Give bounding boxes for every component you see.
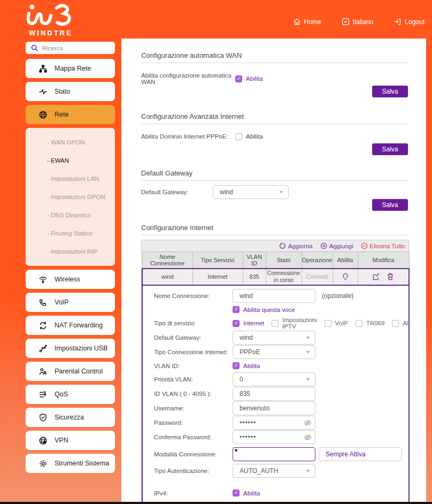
table-row[interactable]: wind Internet 835 Connessione in corso C… (142, 269, 409, 285)
checkbox-unchecked (392, 320, 399, 327)
checkbox-checked (233, 362, 240, 369)
connect-button[interactable]: Connetti (306, 273, 328, 280)
checkbox-label: VoIP (335, 320, 348, 326)
checkbox-checked (233, 490, 240, 497)
submenu-item-routing-statico[interactable]: - Routing Statico (47, 224, 115, 242)
eye-off-icon[interactable] (304, 433, 312, 441)
password-input[interactable] (233, 416, 315, 430)
submenu-item-wan-gpon[interactable]: - WAN GPON (47, 133, 115, 151)
lightbulb-icon[interactable] (341, 272, 350, 281)
nav-language[interactable]: A Italiano (342, 18, 374, 26)
servizio-altri-checkbox[interactable]: Altri (392, 320, 410, 327)
shield-check-icon (38, 413, 48, 422)
auto-wan-abilita-checkbox[interactable]: Abilita (235, 75, 263, 82)
servizio-voip-checkbox[interactable]: VoIP (325, 320, 348, 327)
delete-icon[interactable] (386, 272, 395, 281)
edit-icon[interactable] (372, 272, 381, 281)
save-button-auto-wan[interactable]: Salva (372, 86, 408, 97)
sidebar-item-qos[interactable]: QoS (26, 385, 115, 404)
refresh-button[interactable]: Aggiorna (279, 242, 313, 249)
pppoe-domain-abilita-checkbox[interactable]: Abilita (235, 133, 263, 140)
section-title-gateway: Default Gateway (141, 169, 408, 177)
col-tipo-servizio: Tipo Servizio (192, 252, 243, 269)
delete-all-button[interactable]: Elimina Tutto (361, 242, 405, 249)
submenu-item-impostazioni-lan[interactable]: - Impostazioni LAN (47, 170, 115, 188)
save-button-avanzata[interactable]: Salva (372, 143, 408, 155)
cell-vlan: 835 (243, 269, 266, 285)
radio-sempre-attiva[interactable]: Sempre Attiva (233, 447, 402, 461)
col-stato: Stato (266, 252, 302, 269)
chevron-down-icon (306, 337, 310, 339)
sidebar-item-impostazioni-usb[interactable]: Impostazioni USB (26, 339, 115, 358)
nav-logout[interactable]: Logout (394, 18, 425, 26)
sidebar-item-vpn[interactable]: VPN (26, 431, 115, 450)
col-nome-connessione: Nome Connessione (142, 252, 192, 269)
checkbox-unchecked (272, 320, 279, 327)
servizio-iptv-checkbox[interactable]: Impostazioni IPTV (272, 317, 317, 330)
checkbox-label: Abilita (246, 75, 263, 82)
nome-connessione-input[interactable] (233, 289, 315, 303)
abilita-voce-checkbox[interactable]: Abilita questa voce (233, 306, 295, 313)
gateway-select[interactable]: wind (213, 185, 289, 199)
priority-arrows-icon (38, 390, 48, 399)
sidebar-item-stato[interactable]: Stato (26, 82, 115, 101)
ipv4-abilita-checkbox[interactable]: Abilita (233, 490, 260, 497)
add-button[interactable]: Aggiungi (320, 242, 353, 249)
refresh-icon (279, 242, 286, 249)
form-default-gateway-select[interactable]: wind (233, 331, 315, 345)
conferma-password-input[interactable] (233, 430, 315, 444)
tipo-connessione-label: Tipo Connessione Internet: (154, 349, 233, 355)
gear-icon (38, 459, 48, 468)
minus-circle-icon (361, 242, 368, 249)
sidebar-item-label: NAT Forwarding (55, 322, 103, 329)
checkbox-label: Abilita (243, 363, 260, 369)
home-icon (293, 18, 301, 26)
vpn-globe-icon (38, 436, 48, 445)
windtre-logo-icon (25, 2, 80, 28)
priorita-vlan-label: Priorità VLAN: (154, 376, 233, 383)
password-label: Password: (154, 419, 233, 426)
eye-off-icon[interactable] (304, 419, 312, 427)
submenu-item-impostazioni-rip[interactable]: - Impostazioni RIP (47, 242, 115, 261)
username-input[interactable] (233, 401, 315, 415)
nav-home[interactable]: Home (293, 18, 321, 26)
header-nav: Home A Italiano Logout (293, 18, 425, 26)
save-button-gateway[interactable]: Salva (372, 199, 408, 211)
checkbox-label: Altri (403, 320, 410, 326)
submenu-item-ewan[interactable]: - EWAN (47, 151, 115, 170)
sidebar-item-voip[interactable]: VoIP (26, 293, 115, 312)
sidebar-item-rete[interactable]: Rete (26, 105, 115, 124)
servizio-tr069-checkbox[interactable]: TR069 (356, 320, 385, 327)
submenu-item-impostazioni-gpon[interactable]: - Impostazioni GPON (47, 188, 115, 206)
sidebar-item-sicurezza[interactable]: Sicurezza (26, 408, 115, 427)
sidebar-item-wireless[interactable]: Wireless (26, 270, 115, 289)
select-value: AUTO_AUTH (240, 467, 278, 475)
sidebar-item-strumenti-sistema[interactable]: Strumenti Sistema (26, 454, 115, 473)
internet-table-block: Aggiorna Aggiungi Elimina Tutto (141, 240, 409, 502)
servizio-internet-checkbox[interactable]: Internet (233, 320, 264, 327)
submenu-item-dns-dinamico[interactable]: - DNS Dinamico (47, 206, 115, 224)
select-value: 0 (240, 376, 243, 383)
sidebar-item-nat-forwarding[interactable]: NAT Forwarding (26, 316, 115, 335)
id-vlan-input[interactable] (233, 387, 315, 401)
table-toolbar: Aggiorna Aggiungi Elimina Tutto (142, 240, 408, 251)
checkbox-label: Abilita questa voce (243, 307, 295, 313)
divider (141, 235, 408, 235)
svg-text:A: A (344, 19, 347, 24)
sidebar-item-mappa-rete[interactable]: Mappa Rete (26, 59, 115, 78)
priorita-vlan-select[interactable]: 0 (233, 372, 315, 386)
cell-name: wind (142, 269, 192, 285)
pppoe-domain-field-label: Abilita Dominio Internet PPPoE: (141, 133, 235, 140)
cell-service: Internet (192, 269, 243, 285)
sidebar-item-label: VPN (55, 437, 68, 444)
network-map-icon (38, 64, 48, 73)
usb-icon (38, 344, 48, 353)
logout-icon (394, 18, 402, 26)
vlan-id-abilita-checkbox[interactable]: Abilita (233, 362, 260, 369)
tipo-servizio-label: Tipo di servizio (154, 320, 233, 326)
col-abilita: Abilita (333, 252, 358, 269)
search-input[interactable]: Ricerca (26, 42, 115, 54)
tipo-autenticazione-select[interactable]: AUTO_AUTH (233, 464, 315, 478)
tipo-connessione-select[interactable]: PPPoE (233, 345, 315, 359)
sidebar-item-parental-control[interactable]: Parental Control (26, 362, 115, 381)
